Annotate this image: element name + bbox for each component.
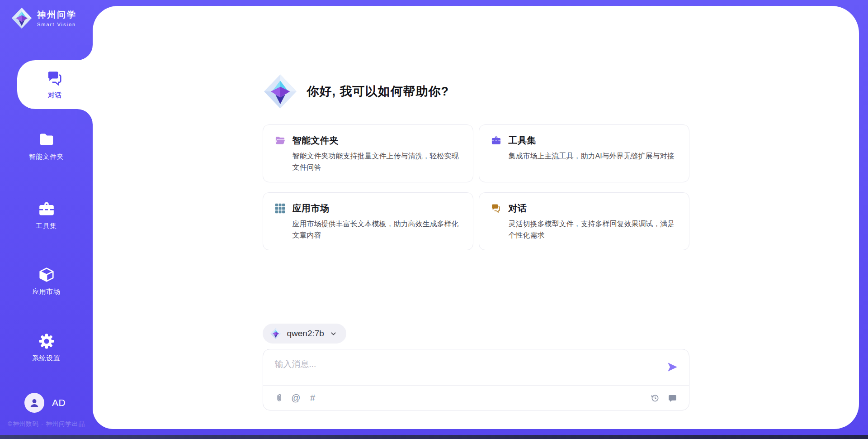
sidebar-item-label: 智能文件夹 [29,153,64,161]
model-selector[interactable]: qwen2:7b [263,324,346,344]
sidebar-item-settings[interactable]: 系统设置 [0,333,93,363]
sidebar-item-label: 系统设置 [33,354,61,363]
model-logo-icon [270,328,282,339]
cube-icon [38,266,55,283]
brand-subtitle: Smart Vision [37,22,77,27]
card-title: 应用市场 [292,202,330,215]
sidebar-item-app-market[interactable]: 应用市场 [0,266,93,296]
sidebar-item-chat[interactable]: 对话 [17,60,93,109]
card-app-market[interactable]: 应用市场 应用市场提供丰富长文本模板，助力高效生成多样化文章内容 [263,192,473,250]
chat-bubbles-icon [47,70,64,87]
sidebar-item-label: 工具集 [36,222,57,230]
sidebar-item-label: 对话 [48,91,62,100]
card-description: 集成市场上主流工具，助力AI与外界无缝扩展与对接 [509,151,677,162]
chat-bubble-icon [668,393,677,403]
person-icon [28,397,40,409]
history-icon [650,393,660,403]
brand: 神州问学 Smart Vision [11,7,77,29]
folder-open-icon [275,135,285,146]
model-name: qwen2:7b [287,329,324,339]
greeting-title: 你好, 我可以如何帮助你? [307,83,449,100]
avatar [24,393,44,413]
greeting: 你好, 我可以如何帮助你? [263,74,689,109]
mention-button[interactable]: @ [291,392,302,403]
user-initials: AD [52,397,66,408]
sidebar-item-label: 应用市场 [33,287,61,296]
card-title: 智能文件夹 [292,134,339,147]
attachment-button[interactable] [274,392,285,403]
card-smart-folder[interactable]: 智能文件夹 智能文件夹功能支持批量文件上传与清洗，轻松实现文件问答 [263,124,473,182]
feature-cards: 智能文件夹 智能文件夹功能支持批量文件上传与清洗，轻松实现文件问答 工具集 集成… [263,124,689,250]
sidebar: 神州问学 Smart Vision 对话 智能文件夹 工具集 应用市场 系统设置… [0,0,93,435]
assistant-logo-icon [263,74,298,109]
chat-bubbles-icon [491,203,501,214]
card-toolset[interactable]: 工具集 集成市场上主流工具，助力AI与外界无缝扩展与对接 [479,124,689,182]
send-button[interactable] [665,360,679,374]
toolbox-icon [38,200,55,218]
sidebar-item-toolset[interactable]: 工具集 [0,200,93,230]
chevron-down-icon [330,330,337,338]
card-chat[interactable]: 对话 灵活切换多模型文件，支持多样回复效果调试，满足个性化需求 [479,192,689,250]
main-panel: 你好, 我可以如何帮助你? 智能文件夹 智能文件夹功能支持批量文件上传与清洗，轻… [93,6,859,429]
toolbox-icon [491,135,501,146]
topic-button[interactable]: # [307,392,318,403]
folder-icon [38,131,55,148]
conversation-button[interactable] [667,392,678,403]
bottom-edge-bar [0,435,868,439]
card-title: 工具集 [509,134,537,147]
history-button[interactable] [650,392,660,403]
card-description: 灵活切换多模型文件，支持多样回复效果调试，满足个性化需求 [509,219,677,241]
gear-icon [38,333,55,350]
message-composer: @ # [263,349,689,410]
brand-name: 神州问学 [37,9,77,21]
paperclip-icon [274,393,284,403]
card-description: 应用市场提供丰富长文本模板，助力高效生成多样化文章内容 [292,219,461,241]
user-account[interactable]: AD [24,393,66,413]
brand-logo-icon [11,7,33,29]
hash-icon: # [310,393,315,402]
message-input[interactable] [263,349,652,385]
sidebar-item-smart-folder[interactable]: 智能文件夹 [0,131,93,161]
at-icon: @ [291,393,300,402]
curve-bottom [77,109,93,124]
send-icon [666,361,678,373]
card-title: 对话 [509,202,527,215]
grid-icon [275,203,285,214]
card-description: 智能文件夹功能支持批量文件上传与清洗，轻松实现文件问答 [292,151,461,173]
curve-top [77,45,93,60]
copyright-text: ©神州数码 · 神州问学出品 [0,420,93,428]
